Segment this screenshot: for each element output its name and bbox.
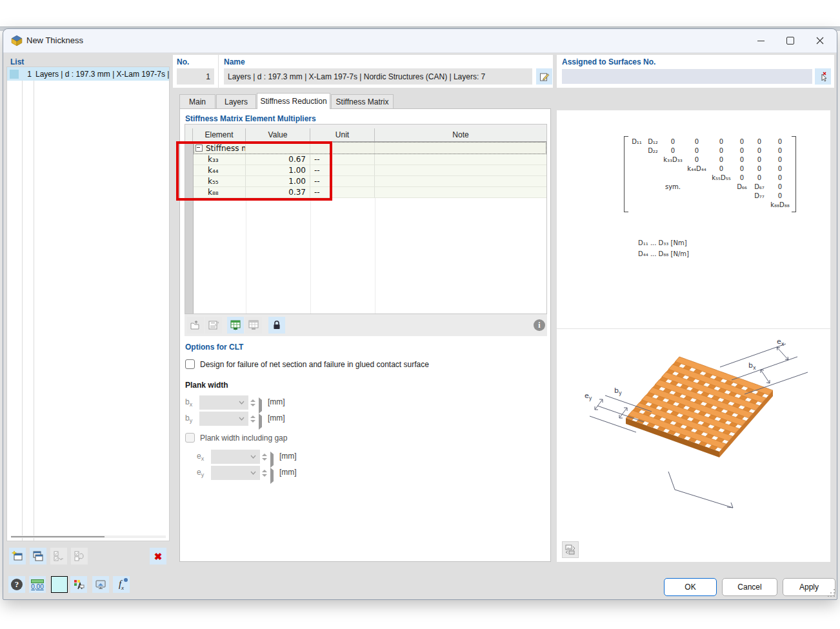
assigned-input[interactable] — [562, 69, 812, 84]
options-section-title: Options for CLT — [185, 343, 243, 352]
by-input — [199, 412, 248, 426]
svg-text:ex: ex — [777, 339, 785, 347]
display-settings-button[interactable] — [92, 576, 109, 593]
help-button[interactable]: ? — [8, 576, 25, 593]
thickness-dialog-icon — [11, 35, 23, 49]
matrix-legend: D₁₁ ... D₃₃ [Nm] D₄₄ ... D₈₈ [N/m] — [638, 239, 689, 261]
excel-export-icon — [248, 319, 259, 331]
thickness-list: 1 Layers | d : 197.3 mm | X-Lam 197-7s |… — [6, 66, 170, 541]
tab-layers[interactable]: Layers — [216, 94, 256, 109]
cancel-button[interactable]: Cancel — [722, 578, 777, 596]
matrix-right-bracket — [792, 136, 796, 212]
info-button[interactable]: i — [532, 318, 546, 332]
plank-gap-checkbox — [185, 433, 195, 443]
excel-import-button[interactable] — [227, 317, 244, 334]
window-title: New Thickness — [26, 35, 83, 45]
tab-stiffness-reduction[interactable]: Stiffness Reduction — [257, 93, 330, 109]
formula-icon: fx — [119, 579, 124, 591]
matrix-left-bracket — [624, 136, 628, 212]
failure-design-checkbox[interactable] — [185, 359, 195, 369]
chevron-down-icon — [239, 417, 245, 421]
import-table-button — [187, 317, 204, 334]
stiffness-matrix-figure: D₁₁D₁₂000000D₂₂000000k₃₃D₃₃00000k₄₄D₄₄00… — [629, 137, 792, 210]
chevron-down-icon — [239, 401, 245, 404]
table-row-k55[interactable]: k₅₅ 1.00 -- — [194, 176, 546, 187]
list-scrollbar-thumb[interactable] — [11, 536, 105, 537]
column-guide — [375, 198, 375, 314]
list-column-divider — [34, 67, 34, 541]
folder-import-icon — [190, 319, 201, 331]
svg-text:bx: bx — [748, 361, 756, 371]
tab-stiffness-matrix[interactable]: Stiffness Matrix — [331, 94, 394, 109]
new-thickness-button[interactable] — [9, 548, 26, 564]
assigned-card: Assigned to Surfaces No. — [557, 55, 834, 88]
units-settings-button[interactable] — [70, 576, 87, 593]
list-item[interactable]: 1 Layers | d : 197.3 mm | X-Lam 197-7s |… — [7, 67, 169, 81]
layer-color-swatch — [10, 70, 19, 79]
maximize-button[interactable] — [776, 30, 805, 51]
close-icon — [816, 37, 824, 45]
delete-thickness-button[interactable]: ✖ — [150, 548, 166, 564]
stiffness-reduction-panel: Stiffness Matrix Element Multipliers Ele… — [179, 108, 551, 562]
collapse-expander-icon[interactable] — [195, 145, 203, 152]
bx-spinner — [250, 395, 256, 410]
by-label: by — [185, 414, 192, 424]
tab-main[interactable]: Main — [179, 94, 215, 109]
list-item-number: 1 — [20, 70, 32, 79]
header-unit: Unit — [310, 128, 375, 141]
name-input[interactable]: Layers | d : 197.3 mm | X-Lam 197-7s | N… — [224, 68, 532, 85]
group-label: Stiffness modification — [206, 144, 246, 153]
ey-label: ey — [197, 468, 204, 478]
list-scrollbar[interactable] — [11, 535, 166, 538]
toggle-graphic-button[interactable] — [562, 541, 579, 558]
select-all-icon — [53, 550, 65, 562]
plank-gap-label: Plank width including gap — [200, 434, 287, 443]
ex-input — [211, 450, 260, 464]
bx-input — [199, 395, 248, 410]
row-indicator-strip — [185, 142, 194, 314]
multipliers-section-title: Stiffness Matrix Element Multipliers — [185, 114, 316, 123]
ex-spinner — [261, 450, 268, 464]
group-row-stiffness-modification[interactable]: Stiffness modification — [194, 142, 546, 154]
color-swatch-button[interactable] — [51, 576, 68, 593]
close-button[interactable] — [806, 30, 834, 51]
column-guide — [246, 198, 246, 314]
resize-grip[interactable] — [828, 588, 835, 597]
select-surfaces-button[interactable] — [815, 68, 831, 85]
no-input[interactable]: 1 — [177, 68, 214, 85]
chevron-down-icon — [250, 455, 256, 459]
formula-dot — [124, 578, 128, 582]
formula-button[interactable]: fx — [113, 576, 130, 593]
rename-button[interactable] — [536, 68, 552, 85]
chevron-down-icon — [250, 471, 256, 475]
legend-line-2: D₄₄ ... D₈₈ [N/m] — [638, 250, 689, 257]
title-bar: New Thickness — [3, 29, 837, 53]
bx-step-arrow-icon — [259, 400, 262, 412]
lock-table-button[interactable] — [268, 317, 285, 334]
info-icon: i — [534, 319, 545, 331]
bx-label: bx — [185, 397, 192, 408]
ok-button[interactable]: OK — [664, 578, 717, 596]
table-row-k44[interactable]: k₄₄ 1.00 -- — [194, 165, 546, 176]
failure-design-label: Design for failure of net section and fa… — [200, 360, 429, 369]
save-table-button — [205, 317, 222, 334]
ey-spinner — [261, 466, 268, 480]
decimal-places-icon: 0,00 — [31, 579, 44, 590]
legend-line-1: D₁₁ ... D₃₃ [Nm] — [638, 239, 689, 246]
edit-pencil-icon — [539, 72, 550, 82]
excel-import-icon — [230, 319, 241, 331]
header-indicator-cell — [185, 128, 193, 141]
table-row-k88[interactable]: k₈₈ 0.37 -- — [194, 187, 546, 198]
save-icon — [208, 319, 219, 331]
copy-thickness-button[interactable] — [30, 548, 46, 564]
table-row-k33[interactable]: k₃₃ 0.67 -- — [194, 154, 546, 165]
invert-selection-button — [71, 548, 88, 564]
by-step-arrow-icon — [259, 416, 262, 428]
by-unit: [mm] — [268, 414, 285, 423]
invert-selection-icon — [74, 550, 85, 562]
pick-cursor-icon — [818, 72, 828, 82]
minimize-button[interactable] — [746, 30, 775, 51]
multipliers-table: Element Value Unit Note Stiffness modifi… — [185, 124, 547, 314]
list-header: List — [10, 57, 24, 66]
decimal-places-button[interactable]: 0,00 — [29, 576, 46, 593]
